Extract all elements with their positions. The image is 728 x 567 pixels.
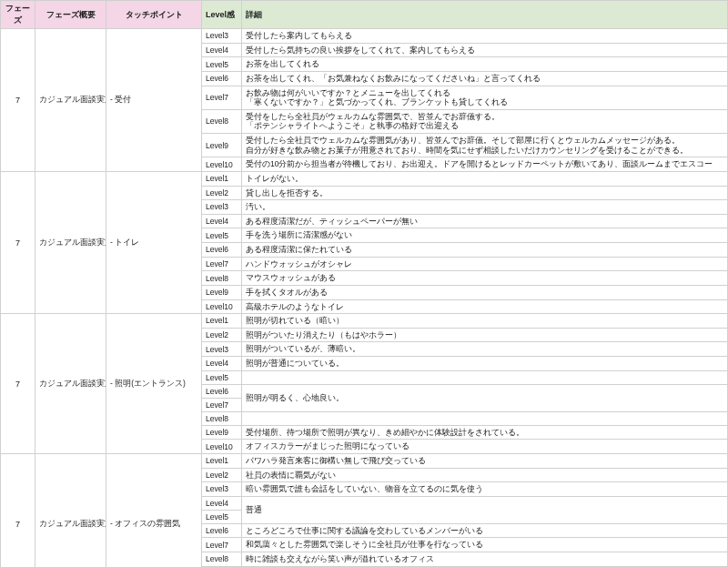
header-level: Level感 — [202, 1, 242, 29]
cell-level: Level1 — [202, 314, 242, 329]
cell-detail: 照明がついているが、薄暗い。 — [242, 342, 728, 357]
cell-level: Level6 — [202, 71, 242, 86]
cell-level: Level2 — [202, 468, 242, 482]
cell-detail: 暗い雰囲気で誰も会話をしていない、物音を立てるのに気を使う — [242, 482, 728, 497]
cell-detail: 普通 — [242, 496, 728, 523]
cell-level: Level9 — [202, 134, 242, 157]
cell-summary: カジュアル面談実施 — [35, 453, 106, 567]
cell-detail: 受付したら案内してもらえる — [242, 29, 728, 44]
cell-level: Level5 — [202, 57, 242, 72]
cell-level: Level7 — [202, 257, 242, 271]
cell-level: Level3 — [202, 482, 242, 497]
cell-phase: 7 — [1, 453, 35, 567]
cell-level: Level4 — [202, 357, 242, 371]
cell-level: Level8 — [202, 271, 242, 286]
cell-level: Level1 — [202, 171, 242, 186]
cell-detail: 時に雑談も交えながら笑い声が溢れているオフィス — [242, 552, 728, 567]
cell-detail: 手を洗う場所に清潔感がない — [242, 228, 728, 243]
cell-level: Level3 — [202, 342, 242, 357]
cell-detail: 受付をしたら全社員がウェルカムな雰囲気で、皆並んでお辞儀する。「ポテンシャライト… — [242, 109, 728, 133]
cell-detail: 汚い。 — [242, 200, 728, 215]
table-body: 7カジュアル面談実施- 受付Level3受付したら案内してもらえるLevel4受… — [1, 29, 728, 568]
cell-level: Level6 — [202, 384, 242, 398]
cell-detail: ある程度清潔だが、ティッシュペーパーが無い — [242, 214, 728, 228]
cell-phase: 7 — [1, 29, 35, 172]
cell-detail: ある程度清潔に保たれている — [242, 243, 728, 258]
cell-detail: お茶を出してくれ、「お気兼ねなくお飲みになってくださいね」と言ってくれる — [242, 71, 728, 86]
cell-summary: カジュアル面談実施 — [35, 314, 106, 454]
cell-level: Level3 — [202, 29, 242, 44]
cell-level: Level9 — [202, 425, 242, 440]
table-row: 7カジュアル面談実施- 受付Level3受付したら案内してもらえる — [1, 29, 728, 44]
cell-level: Level6 — [202, 523, 242, 538]
cell-level: Level5 — [202, 370, 242, 384]
cell-detail — [242, 411, 728, 425]
cell-level: Level7 — [202, 538, 242, 552]
cell-touchpoint: - 照明(エントランス) — [106, 314, 202, 454]
cell-level: Level2 — [202, 328, 242, 342]
cell-phase: 7 — [1, 314, 35, 454]
cell-level: Level1 — [202, 453, 242, 468]
data-table: フェーズ フェーズ概要 タッチポイント Level感 詳細 7カジュアル面談実施… — [0, 0, 728, 567]
cell-detail: マウスウォッシュがある — [242, 271, 728, 286]
cell-detail — [242, 370, 728, 384]
cell-level: Level8 — [202, 411, 242, 425]
cell-detail: 照明がついたり消えたり（もはやホラー） — [242, 328, 728, 342]
cell-detail: オフィスカラーがまじった照明になっている — [242, 440, 728, 454]
cell-level: Level10 — [202, 440, 242, 454]
cell-detail: 和気藹々とした雰囲気で楽しそうに全社員が仕事を行なっている — [242, 538, 728, 552]
cell-level: Level10 — [202, 299, 242, 314]
cell-detail: 照明が明るく、心地良い。 — [242, 384, 728, 411]
cell-detail: 照明が普通についている。 — [242, 357, 728, 371]
cell-detail: 貸し出しを拒否する。 — [242, 186, 728, 200]
header-summary: フェーズ概要 — [35, 1, 106, 29]
cell-level: Level8 — [202, 552, 242, 567]
cell-level: Level10 — [202, 157, 242, 172]
cell-detail: お飲み物は何がいいですか？とメニューを出してくれる「寒くないですか？」と気づかっ… — [242, 86, 728, 109]
cell-level: Level4 — [202, 43, 242, 57]
header-phase: フェーズ — [1, 1, 35, 29]
cell-level: Level7 — [202, 398, 242, 411]
cell-detail: トイレがない。 — [242, 171, 728, 186]
cell-detail: ところどころで仕事に関する議論を交わしているメンバーがいる — [242, 523, 728, 538]
cell-detail: ハンドウォッシュがオシャレ — [242, 257, 728, 271]
cell-detail: 高級ホテルのようなトイレ — [242, 299, 728, 314]
cell-level: Level3 — [202, 200, 242, 215]
cell-summary: カジュアル面談実施 — [35, 29, 106, 172]
cell-summary: カジュアル面談実施 — [35, 171, 106, 313]
cell-detail: お茶を出してくれる — [242, 57, 728, 72]
header-touch: タッチポイント — [106, 1, 202, 29]
cell-phase: 7 — [1, 171, 35, 313]
table-row: 7カジュアル面談実施- トイレLevel1トイレがない。 — [1, 171, 728, 186]
cell-touchpoint: - オフィスの雰囲気 — [106, 453, 202, 567]
cell-touchpoint: - 受付 — [106, 29, 202, 172]
cell-level: Level5 — [202, 510, 242, 523]
header-row: フェーズ フェーズ概要 タッチポイント Level感 詳細 — [1, 1, 728, 29]
cell-level: Level7 — [202, 86, 242, 109]
cell-level: Level5 — [202, 228, 242, 243]
cell-level: Level9 — [202, 285, 242, 299]
cell-level: Level2 — [202, 186, 242, 200]
cell-level: Level4 — [202, 214, 242, 228]
header-detail: 詳細 — [242, 1, 728, 29]
cell-level: Level4 — [202, 496, 242, 510]
table-row: 7カジュアル面談実施- 照明(エントランス)Level1照明が切れている（暗い） — [1, 314, 728, 329]
cell-detail: 社員の表情に覇気がない — [242, 468, 728, 482]
cell-touchpoint: - トイレ — [106, 171, 202, 313]
cell-detail: 受付場所、待つ場所で照明が異なり、きめ細やかに体験設計をされている。 — [242, 425, 728, 440]
cell-detail: 受付したら気持ちの良い挨拶をしてくれて、案内してもらえる — [242, 43, 728, 57]
table-row: 7カジュアル面談実施- オフィスの雰囲気Level1パワハラ発言来客に御構い無し… — [1, 453, 728, 468]
cell-detail: 受付したら全社員でウェルカムな雰囲気があり、皆並んでお辞儀。そして部屋に行くとウ… — [242, 134, 728, 157]
cell-detail: パワハラ発言来客に御構い無しで飛び交っている — [242, 453, 728, 468]
cell-detail: 手を拭くタオルがある — [242, 285, 728, 299]
cell-level: Level8 — [202, 109, 242, 133]
cell-detail: 照明が切れている（暗い） — [242, 314, 728, 329]
cell-detail: 受付の10分前から担当者が待機しており、お出迎え。ドアを開けるとレッドカーペット… — [242, 157, 728, 172]
cell-level: Level6 — [202, 243, 242, 258]
